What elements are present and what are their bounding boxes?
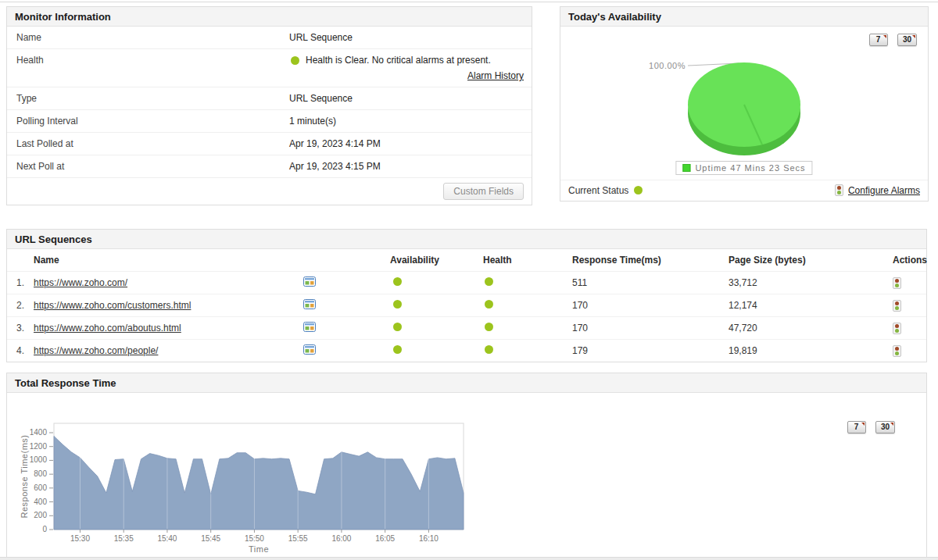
url-sequence-row: 1.https://www.zoho.com/51133,712 — [7, 271, 926, 294]
todays-availability-panel: Today's Availability 7 30 100.00% Uptime… — [560, 6, 929, 202]
url-sequences-panel: URL Sequences Name Availability Health R… — [6, 229, 927, 362]
health-cell — [477, 277, 566, 288]
url-cell: https://www.zoho.com/ — [34, 277, 303, 288]
current-status: Current Status — [568, 185, 643, 196]
row-number: 2. — [7, 300, 34, 311]
current-status-label: Current Status — [568, 185, 628, 196]
response-time-area-chart: Response Time(ms) Time 02004006008001000… — [7, 414, 479, 556]
alarm-actions-icon[interactable] — [893, 323, 901, 334]
health-cell — [477, 323, 566, 334]
column-header-availability: Availability — [384, 255, 477, 266]
field-value: Apr 19, 2023 4:14 PM — [289, 138, 524, 149]
report-cell — [303, 344, 384, 357]
x-tick-label: 15:45 — [201, 534, 220, 543]
report-cell — [303, 299, 384, 312]
x-tick-label: 15:50 — [245, 534, 264, 543]
alarm-history-link[interactable]: Alarm History — [467, 70, 524, 81]
response-time-value: 179 — [566, 345, 722, 356]
column-header-name: Name — [34, 255, 303, 266]
total-response-time-panel: Total Response Time 7 30 Response Time(m… — [6, 373, 927, 560]
alarm-actions-icon[interactable] — [893, 277, 901, 289]
report-icon[interactable] — [303, 344, 316, 355]
report-cell — [303, 322, 384, 334]
report-icon[interactable] — [303, 322, 316, 332]
health-status-dot — [485, 300, 493, 309]
x-tick-label: 16:10 — [419, 534, 439, 543]
row-number: 1. — [7, 277, 34, 288]
availability-footer: Current Status Configure Alarms — [560, 180, 928, 201]
availability-status-dot — [393, 345, 402, 354]
pie-legend: Uptime 47 Mins 23 Secs — [675, 161, 812, 175]
url-cell: https://www.zoho.com/customers.html — [34, 300, 303, 311]
monitor-information-footer: Custom Fields — [7, 178, 532, 205]
field-label: Polling Interval — [16, 116, 289, 127]
alarm-history-line: Alarm History — [289, 70, 524, 81]
column-header-actions: Actions — [886, 255, 933, 266]
page-size-value: 19,819 — [722, 345, 886, 356]
field-value: URL Sequence — [289, 93, 524, 104]
top-row: Monitor Information Name URL Sequence He… — [6, 6, 932, 205]
url-sequence-link[interactable]: https://www.zoho.com/aboutus.html — [34, 323, 181, 334]
field-label: Name — [16, 32, 289, 43]
availability-7-day-button[interactable]: 7 — [869, 34, 888, 46]
url-sequences-body: 1.https://www.zoho.com/51133,7122.https:… — [7, 271, 926, 362]
row-number: 3. — [7, 323, 34, 334]
availability-30-day-button[interactable]: 30 — [897, 34, 917, 46]
url-sequence-link[interactable]: https://www.zoho.com/people/ — [34, 345, 158, 356]
report-icon[interactable] — [303, 276, 316, 287]
alarm-actions-icon[interactable] — [893, 300, 901, 312]
custom-fields-button[interactable]: Custom Fields — [443, 183, 524, 200]
field-label: Health — [16, 55, 289, 81]
availability-status-dot — [393, 323, 402, 331]
health-value: Health is Clear. No critical alarms at p… — [289, 55, 524, 81]
chart-range-buttons: 7 30 — [840, 421, 895, 433]
availability-status-dot — [393, 277, 402, 286]
url-sequence-row: 2.https://www.zoho.com/customers.html170… — [7, 294, 926, 316]
x-tick-label: 15:30 — [70, 534, 90, 543]
url-sequences-title: URL Sequences — [15, 234, 92, 245]
y-tick-label: 800 — [34, 469, 47, 478]
report-cell — [303, 276, 384, 289]
row-number: 4. — [7, 345, 34, 356]
field-label: Last Polled at — [16, 138, 289, 149]
y-tick-label: 1400 — [30, 428, 48, 437]
monitor-type-row: Type URL Sequence — [7, 87, 532, 110]
availability-body: 7 30 100.00% Uptime 47 Mins 23 Secs Cu — [560, 27, 928, 201]
y-tick-label: 1200 — [30, 442, 48, 451]
x-tick-label: 15:40 — [157, 534, 177, 543]
total-response-time-header: Total Response Time — [7, 373, 926, 393]
todays-availability-title: Today's Availability — [568, 11, 661, 23]
url-sequence-link[interactable]: https://www.zoho.com/customers.html — [34, 300, 191, 311]
y-tick-label: 0 — [42, 525, 47, 533]
last-polled-row: Last Polled at Apr 19, 2023 4:14 PM — [7, 133, 532, 155]
url-sequence-link[interactable]: https://www.zoho.com/ — [34, 277, 127, 288]
pie-percentage-label: 100.00% — [649, 61, 686, 70]
monitor-information-title: Monitor Information — [15, 11, 111, 23]
monitor-information-header: Monitor Information — [7, 7, 532, 27]
uptime-legend-text: Uptime 47 Mins 23 Secs — [695, 163, 805, 173]
chart-30-day-button[interactable]: 30 — [875, 421, 895, 433]
configure-alarms-link[interactable]: Configure Alarms — [848, 185, 920, 196]
url-sequences-header: URL Sequences — [7, 230, 926, 249]
health-status-dot — [485, 277, 493, 286]
health-cell — [477, 345, 566, 356]
top-divider — [0, 2, 938, 2]
column-header-response-time: Response Time(ms) — [566, 255, 722, 266]
availability-cell — [384, 300, 477, 311]
uptime-legend-swatch — [682, 164, 690, 172]
chart-7-day-button[interactable]: 7 — [847, 421, 866, 433]
actions-cell — [886, 276, 928, 288]
y-tick-label: 600 — [34, 483, 47, 492]
url-cell: https://www.zoho.com/people/ — [34, 345, 303, 356]
availability-pie-chart: 100.00% — [560, 27, 928, 158]
y-tick-label: 1000 — [30, 455, 48, 464]
availability-cell — [384, 345, 477, 356]
health-status-dot — [485, 323, 493, 331]
table-header-row: Name Availability Health Response Time(m… — [7, 249, 926, 271]
configure-alarms-icon[interactable] — [835, 184, 843, 196]
alarm-actions-icon[interactable] — [893, 345, 901, 357]
y-axis-label: Response Time(ms) — [20, 435, 29, 519]
x-axis-label: Time — [249, 544, 269, 554]
report-icon[interactable] — [303, 299, 316, 309]
url-sequence-row: 3.https://www.zoho.com/aboutus.html17047… — [7, 316, 926, 339]
